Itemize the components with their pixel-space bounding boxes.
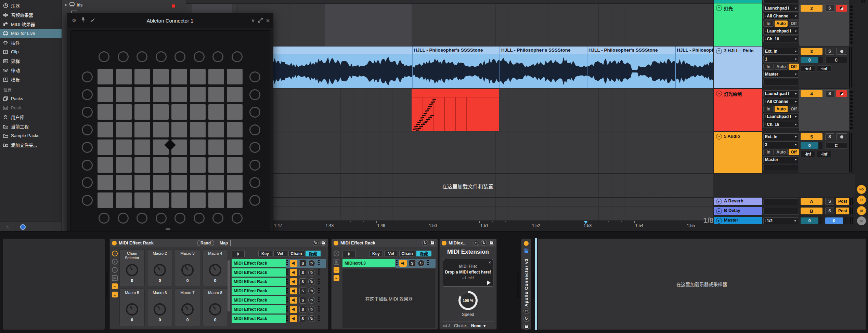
grid-pad[interactable] (190, 69, 206, 84)
routing-dropdown[interactable]: ⫶All Channe▼ (763, 98, 799, 105)
grid-pad[interactable] (153, 69, 169, 84)
chain-hotswap-button[interactable]: ↻ (308, 288, 315, 294)
hot-swap-icon[interactable]: ↻ (523, 316, 529, 322)
monitor-off[interactable]: Off (789, 106, 799, 112)
sidebar-item-6[interactable]: Clip (0, 47, 62, 56)
track-activator[interactable]: 2 (801, 5, 822, 12)
device-scroll-indicator[interactable] (535, 238, 537, 330)
pan-control[interactable]: C (825, 142, 847, 149)
grid-pad[interactable] (227, 175, 243, 190)
midi-file-box[interactable]: ×MIDI File:Drop a MIDI effect here!a1.mi… (443, 259, 493, 287)
grid-pad[interactable] (208, 122, 224, 137)
device-activator[interactable] (112, 241, 117, 245)
grid-right-button[interactable] (249, 160, 260, 171)
grid-pad[interactable] (171, 69, 187, 84)
chain-scrollbar[interactable] (228, 260, 230, 311)
return-send-button[interactable]: B (801, 208, 822, 214)
grid-pad[interactable] (190, 139, 206, 155)
monitor-off[interactable]: Off (789, 21, 799, 27)
grid-pad[interactable] (190, 104, 206, 120)
return-post-button[interactable]: Post (836, 208, 849, 214)
sidebar-item-5[interactable]: 插件 (0, 38, 62, 47)
grid-pad[interactable] (116, 104, 132, 120)
chain-speaker-button[interactable] (290, 278, 297, 285)
macro-knob-icon[interactable]: ◔ (334, 251, 339, 256)
return-solo-button[interactable]: S (825, 198, 834, 205)
macro-cell[interactable]: Macro 60 (147, 289, 172, 326)
key-button[interactable]: Key (258, 251, 272, 256)
grid-pad[interactable] (153, 157, 169, 173)
m4l-edit-icon[interactable] (474, 240, 479, 246)
grid-pad[interactable] (208, 139, 224, 155)
track-name-4[interactable]: ▼5 Audio (714, 132, 762, 173)
grid-right-button[interactable] (249, 71, 260, 82)
chain-row[interactable]: MIDI Effect RackS↻ (232, 305, 326, 314)
grid-top-button[interactable] (137, 51, 147, 62)
chain-name[interactable]: MIDI Effect Rack (232, 268, 286, 277)
m4l-edit-icon[interactable] (523, 308, 529, 314)
solo-button[interactable]: S (825, 90, 834, 97)
hide-button[interactable]: 隐藏 (306, 251, 321, 256)
grid-pad[interactable] (98, 104, 113, 120)
routing-dropdown[interactable]: Master▼ (763, 156, 799, 163)
grid-pad[interactable] (227, 87, 243, 102)
grid-pad[interactable] (116, 87, 132, 102)
grid-left-button[interactable] (82, 195, 93, 206)
return-fold-icon[interactable]: ▶ (716, 218, 722, 224)
chain-hotswap-button[interactable]: ↻ (308, 269, 315, 276)
grid-left-button[interactable] (82, 89, 93, 100)
track-name-1[interactable]: ▼灯光 (714, 3, 762, 46)
chain-hotswap-button[interactable]: ↻ (418, 260, 425, 267)
grid-pad[interactable] (134, 192, 150, 208)
vel-button[interactable]: Vel (384, 251, 398, 256)
chain-name[interactable]: MIDI Effect Rack (232, 259, 286, 267)
sidebar-item-9[interactable]: 模板 (0, 75, 62, 84)
grid-pad[interactable] (190, 122, 206, 137)
grid-pad[interactable] (153, 104, 169, 120)
macro-knob[interactable] (209, 303, 221, 316)
device-titlebar[interactable]: MIDI Effect Rack↻ (332, 239, 438, 247)
speed-knob[interactable]: 100 % (458, 291, 478, 310)
arm-button-midi[interactable] (836, 5, 847, 12)
remove-macro-icon[interactable]: − (112, 267, 118, 273)
grid-top-button[interactable] (212, 51, 223, 62)
chain-solo-button[interactable]: S (299, 306, 306, 313)
chain-hotswap-button[interactable]: ↻ (308, 278, 315, 285)
sidebar-item-3[interactable]: MIDI 效果器 (0, 19, 62, 29)
grid-pad[interactable] (116, 139, 132, 155)
chain-name[interactable]: MIDI Effect Rack (232, 287, 286, 295)
routing-dropdown[interactable]: ⫶1/2▼ (763, 217, 798, 224)
routing-dropdown[interactable]: ⫶Ch. 16▼ (763, 36, 799, 42)
window-resize-handle[interactable] (166, 228, 170, 230)
hot-swap-icon[interactable]: ↻ (422, 240, 428, 246)
chain-name[interactable]: MIDI Effect Rack (232, 296, 286, 304)
grid-pad[interactable] (98, 157, 113, 173)
variation-camera-icon[interactable]: ▣ (112, 275, 118, 281)
chain-row[interactable]: MIDI Effect RackS↻ (232, 277, 326, 286)
sidebar-item-8[interactable]: 律动 (0, 66, 62, 75)
arm-button-midi[interactable] (836, 90, 847, 97)
grid-pad[interactable] (116, 69, 132, 84)
macro-cell[interactable]: Macro 80 (203, 289, 228, 326)
automation-clip-segment[interactable] (325, 3, 412, 46)
chain-speaker-button[interactable] (290, 269, 297, 276)
chain-name[interactable]: MIDI Effect Rack (232, 315, 286, 323)
grid-pad[interactable] (153, 87, 169, 102)
sidebar-item-7[interactable]: 采样 (0, 56, 62, 66)
routing-dropdown[interactable]: Ext. In▼ (763, 133, 799, 140)
grid-pad[interactable] (208, 192, 224, 208)
grid-pad[interactable] (98, 69, 113, 84)
macro-knob[interactable] (181, 303, 194, 316)
monitor-in[interactable]: In (763, 106, 774, 112)
grid-bottom-button[interactable] (232, 213, 243, 224)
grid-right-button[interactable] (249, 142, 260, 153)
monitor-auto[interactable]: Auto (775, 149, 787, 155)
track-activator[interactable]: 4 (801, 90, 822, 97)
hide-button[interactable]: 隐藏 (416, 251, 431, 256)
variation-camera-icon[interactable]: ▣ (334, 259, 339, 265)
chain-speaker-button[interactable] (290, 297, 297, 304)
macro-knob[interactable] (126, 264, 138, 276)
groove-pool-icon[interactable]: ≈ (0, 224, 15, 230)
grid-pad[interactable] (208, 157, 224, 173)
grid-pad[interactable] (134, 139, 150, 155)
